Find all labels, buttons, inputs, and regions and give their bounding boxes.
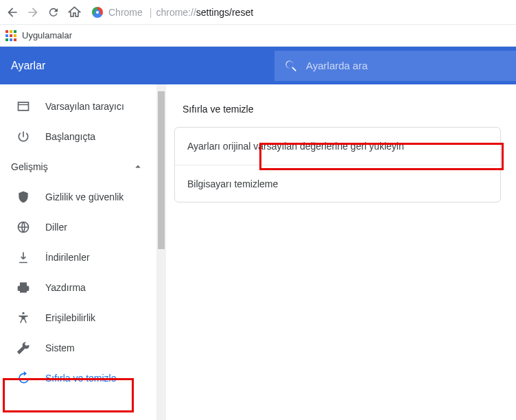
page-title: Ayarlar	[0, 60, 274, 72]
browser-nav-bar: Chrome | chrome://settings/reset	[0, 0, 516, 25]
row-restore-defaults[interactable]: Ayarları orijinal varsayılan değerlerine…	[175, 128, 500, 165]
sidebar: Varsayılan tarayıcı Başlangıçta Gelişmiş…	[0, 84, 166, 420]
sidebar-item-accessibility[interactable]: Erişilebilirlik	[0, 303, 166, 333]
browser-icon	[16, 100, 30, 113]
home-button[interactable]	[67, 5, 81, 19]
wrench-icon	[16, 341, 30, 355]
sidebar-item-startup[interactable]: Başlangıçta	[0, 121, 166, 152]
restore-icon	[16, 371, 30, 385]
back-button[interactable]	[5, 5, 19, 19]
reset-card: Ayarları orijinal varsayılan değerlerine…	[174, 127, 501, 202]
forward-button[interactable]	[26, 5, 40, 19]
search-icon	[284, 59, 298, 73]
url-divider: |	[150, 7, 152, 18]
sidebar-item-privacy[interactable]: Gizlilik ve güvenlik	[0, 182, 166, 212]
shield-icon	[16, 190, 30, 204]
sidebar-item-default-browser[interactable]: Varsayılan tarayıcı	[0, 91, 166, 121]
download-icon	[16, 250, 30, 264]
power-icon	[16, 130, 30, 143]
apps-icon[interactable]	[5, 30, 16, 41]
url-path: settings/reset	[196, 7, 253, 18]
sidebar-item-printing[interactable]: Yazdırma	[0, 272, 166, 303]
settings-header: Ayarlar Ayarlarda ara	[0, 47, 516, 84]
settings-search[interactable]: Ayarlarda ara	[274, 51, 516, 81]
content-area: Sıfırla ve temizle Ayarları orijinal var…	[166, 84, 516, 420]
row-cleanup-computer[interactable]: Bilgisayarı temizleme	[175, 165, 500, 202]
sidebar-item-label: İndirilenler	[45, 252, 90, 263]
svg-point-1	[22, 312, 24, 314]
url-label: Chrome	[108, 7, 143, 18]
sidebar-item-label: Başlangıçta	[45, 131, 95, 142]
sidebar-item-reset[interactable]: Sıfırla ve temizle	[0, 363, 166, 393]
url-scheme: chrome://	[156, 7, 196, 18]
bookmark-bar: Uygulamalar	[0, 25, 516, 47]
sidebar-item-label: Sıfırla ve temizle	[45, 373, 116, 384]
scrollbar-thumb[interactable]	[158, 91, 165, 249]
main-area: Varsayılan tarayıcı Başlangıçta Gelişmiş…	[0, 84, 516, 420]
apps-label[interactable]: Uygulamalar	[22, 30, 72, 40]
sidebar-item-label: Diller	[45, 222, 67, 233]
reload-button[interactable]	[47, 5, 60, 19]
sidebar-item-label: Yazdırma	[45, 282, 86, 293]
globe-icon	[16, 220, 30, 234]
accessibility-icon	[16, 311, 30, 325]
sidebar-item-label: Sistem	[45, 342, 75, 353]
print-icon	[16, 281, 30, 294]
sidebar-item-system[interactable]: Sistem	[0, 333, 166, 363]
sidebar-item-downloads[interactable]: İndirilenler	[0, 242, 166, 272]
sidebar-item-label: Varsayılan tarayıcı	[45, 101, 124, 112]
chrome-icon	[92, 7, 103, 18]
sidebar-item-label: Erişilebilirlik	[45, 312, 95, 323]
content-title: Sıfırla ve temizle	[183, 104, 516, 115]
chevron-up-icon	[132, 161, 144, 173]
address-bar[interactable]: Chrome | chrome://settings/reset	[92, 7, 253, 18]
sidebar-item-languages[interactable]: Diller	[0, 212, 166, 242]
sidebar-section-label: Gelişmiş	[11, 161, 48, 172]
sidebar-section-advanced[interactable]: Gelişmiş	[0, 152, 166, 182]
sidebar-item-label: Gizlilik ve güvenlik	[45, 191, 124, 202]
sidebar-scrollbar[interactable]	[156, 84, 166, 420]
search-placeholder: Ayarlarda ara	[306, 60, 368, 71]
